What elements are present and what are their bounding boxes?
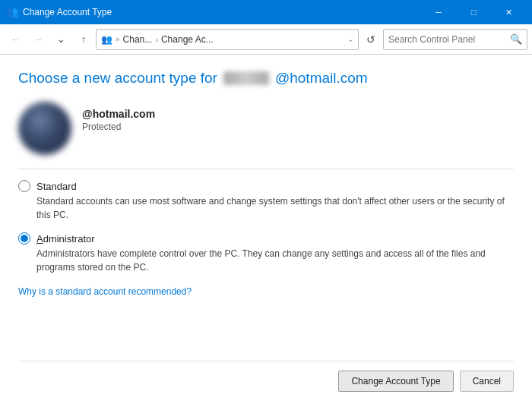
refresh-icon: ↺ (366, 33, 375, 46)
breadcrumb-separator-1: » (116, 35, 120, 43)
main-content: Choose a new account type for @hotmail.c… (0, 55, 532, 407)
up-button[interactable]: ↑ (73, 29, 94, 50)
user-protected: Protected (82, 121, 155, 132)
page-title: Choose a new account type for @hotmail.c… (18, 70, 514, 87)
breadcrumb-full: Change Ac... (161, 34, 214, 45)
help-link[interactable]: Why is a standard account recommended? (18, 286, 514, 297)
address-bar: ← → ⌄ ↑ 👥 » Chan... › Change Ac... ⌄ ↺ 🔍 (0, 24, 532, 55)
standard-description: Standard accounts can use most software … (36, 194, 514, 222)
user-details: @hotmail.com Protected (82, 102, 155, 132)
minimize-button[interactable]: ─ (421, 0, 456, 24)
back-icon: ← (11, 33, 21, 45)
section-divider (18, 169, 514, 169)
radio-group: Standard Standard accounts can use most … (18, 180, 514, 274)
search-icon: 🔍 (510, 33, 522, 45)
title-bar-title: Change Account Type (23, 7, 421, 17)
standard-radio[interactable] (18, 180, 30, 192)
administrator-radio[interactable] (18, 232, 30, 245)
search-input[interactable] (388, 34, 507, 45)
standard-label-row: Standard (18, 180, 514, 192)
user-avatar (18, 102, 71, 155)
users-icon: 👥 (101, 34, 112, 45)
breadcrumb-short: Chan... (123, 34, 153, 45)
refresh-button[interactable]: ↺ (360, 29, 382, 50)
protected-text: rotected (88, 121, 121, 132)
address-path[interactable]: 👥 » Chan... › Change Ac... ⌄ (96, 29, 359, 50)
up-icon: ↑ (81, 33, 87, 45)
standard-label: Standard (36, 181, 77, 192)
administrator-description: Administrators have complete control ove… (36, 247, 514, 274)
cancel-button[interactable]: Cancel (460, 371, 514, 392)
search-box[interactable]: 🔍 (383, 29, 527, 50)
path-dropdown-icon: ⌄ (347, 35, 353, 43)
administrator-label-row: Administrator (18, 232, 514, 245)
page-title-prefix: Choose a new account type for (18, 70, 217, 87)
back-button[interactable]: ← (5, 29, 26, 50)
page-title-email: @hotmail.com (275, 70, 368, 87)
standard-option: Standard Standard accounts can use most … (18, 180, 514, 222)
dropdown-button[interactable]: ⌄ (50, 29, 71, 50)
title-blur (223, 71, 269, 85)
maximize-button[interactable]: □ (456, 0, 491, 24)
admin-label-text: dministrator (43, 233, 95, 245)
change-account-type-button[interactable]: Change Account Type (338, 371, 453, 392)
user-email: @hotmail.com (82, 108, 155, 120)
title-bar-icon: 👥 (6, 6, 18, 18)
close-button[interactable]: ✕ (491, 0, 526, 24)
breadcrumb-separator-2: › (155, 35, 158, 44)
user-info: @hotmail.com Protected (18, 102, 514, 155)
protected-partial: P (82, 121, 88, 132)
dropdown-icon: ⌄ (57, 33, 65, 45)
footer: Change Account Type Cancel (18, 361, 514, 392)
title-bar: 👥 Change Account Type ─ □ ✕ (0, 0, 532, 24)
title-bar-controls: ─ □ ✕ (421, 0, 526, 24)
forward-icon: → (33, 33, 43, 45)
forward-button[interactable]: → (27, 29, 49, 50)
administrator-option: Administrator Administrators have comple… (18, 232, 514, 274)
administrator-label: Administrator (36, 233, 95, 245)
